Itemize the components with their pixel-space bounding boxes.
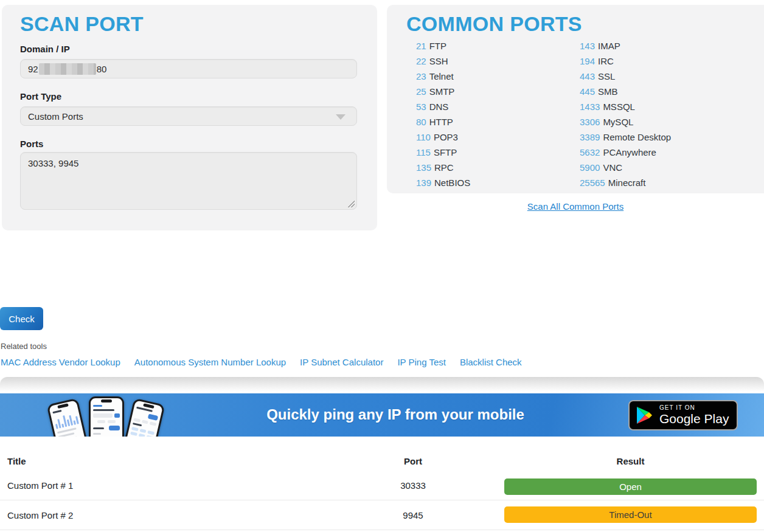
port-name: SFTP xyxy=(434,147,457,157)
common-port-item[interactable]: 115SFTP xyxy=(416,147,470,162)
related-link-ip-subnet-calculator[interactable]: IP Subnet Calculator xyxy=(300,357,383,367)
related-tools-label: Related tools xyxy=(1,342,47,351)
port-number: 1433 xyxy=(580,102,600,112)
port-name: Remote Desktop xyxy=(603,132,671,142)
scan-port-title: SCAN PORT xyxy=(20,12,144,36)
port-name: SMB xyxy=(598,86,618,97)
port-name: Telnet xyxy=(429,71,454,81)
common-port-item[interactable]: 139NetBIOS xyxy=(416,178,470,193)
ports-value: 30333, 9945 xyxy=(28,158,78,168)
common-port-item[interactable]: 25565Minecraft xyxy=(580,178,671,193)
common-port-item[interactable]: 194IRC xyxy=(580,56,671,71)
port-name: PCAnywhere xyxy=(603,147,656,157)
common-port-item[interactable]: 21FTP xyxy=(416,41,470,56)
port-number: 445 xyxy=(580,86,595,97)
related-link-ip-ping-test[interactable]: IP Ping Test xyxy=(397,357,446,367)
results-header-port: Port xyxy=(383,456,443,466)
ports-textarea[interactable]: 30333, 9945 xyxy=(20,152,357,210)
port-number: 5632 xyxy=(580,147,600,157)
domain-ip-value-prefix: 92 xyxy=(28,64,38,74)
result-row-port: 9945 xyxy=(383,510,443,520)
common-port-item[interactable]: 443SSL xyxy=(580,71,671,86)
domain-ip-value-suffix: 80 xyxy=(97,64,107,74)
scan-all-wrap: Scan All Common Ports xyxy=(387,201,764,212)
related-tools-links: MAC Address Vendor Lookup Autonomous Sys… xyxy=(1,357,522,367)
common-port-item[interactable]: 22SSH xyxy=(416,56,470,71)
results-header-title: Title xyxy=(7,456,26,466)
common-ports-title: COMMON PORTS xyxy=(406,12,582,36)
phone-mockup-left xyxy=(47,398,92,437)
port-number: 110 xyxy=(416,132,431,142)
port-type-label: Port Type xyxy=(20,91,61,102)
port-number: 139 xyxy=(416,178,431,188)
status-badge-open: Open xyxy=(504,478,757,495)
section-shadow-strip xyxy=(0,377,764,393)
mobile-app-banner: Quickly ping any IP from your mobile GET… xyxy=(0,393,764,437)
row-divider xyxy=(0,500,764,500)
port-number: 21 xyxy=(416,41,426,51)
common-port-item[interactable]: 25SMTP xyxy=(416,86,470,102)
banner-headline: Quickly ping any IP from your mobile xyxy=(266,406,524,423)
port-name: RPC xyxy=(434,162,454,173)
google-play-large-text: Google Play xyxy=(659,412,729,426)
common-ports-column-left: 21FTP 22SSH 23Telnet 25SMTP 53DNS 80HTTP… xyxy=(416,41,470,193)
mini-bar-chart xyxy=(54,411,79,429)
phone-notch xyxy=(101,399,112,402)
domain-ip-input[interactable]: 92 80 xyxy=(20,59,357,78)
common-port-item[interactable]: 143IMAP xyxy=(580,41,671,56)
port-name: DNS xyxy=(429,102,449,112)
common-port-item[interactable]: 5632PCAnywhere xyxy=(580,147,671,162)
related-link-blacklist-check[interactable]: Blacklist Check xyxy=(460,357,522,367)
phone-mockup-center xyxy=(89,396,124,437)
port-name: HTTP xyxy=(429,117,453,127)
port-number: 53 xyxy=(416,102,426,112)
port-name: MSSQL xyxy=(603,102,635,112)
port-name: Minecraft xyxy=(608,178,646,188)
row-divider xyxy=(0,530,764,530)
port-type-select[interactable]: Custom Ports xyxy=(20,106,357,126)
common-port-item[interactable]: 3389Remote Desktop xyxy=(580,132,671,147)
port-name: POP3 xyxy=(434,132,458,142)
port-number: 135 xyxy=(416,162,431,173)
common-port-item[interactable]: 445SMB xyxy=(580,86,671,102)
common-port-item[interactable]: 23Telnet xyxy=(416,71,470,86)
port-type-selected-value: Custom Ports xyxy=(28,111,83,122)
common-port-item[interactable]: 1433MSSQL xyxy=(580,102,671,117)
port-name: SSH xyxy=(429,56,448,66)
check-button[interactable]: Check xyxy=(0,307,43,330)
port-name: SMTP xyxy=(429,86,455,97)
common-port-item[interactable]: 80HTTP xyxy=(416,117,470,132)
phone-notch xyxy=(143,403,155,409)
common-ports-column-right: 143IMAP 194IRC 443SSL 445SMB 1433MSSQL 3… xyxy=(580,41,671,193)
common-port-item[interactable]: 110POP3 xyxy=(416,132,470,147)
redacted-ip-segment xyxy=(39,63,96,75)
port-number: 80 xyxy=(416,117,426,127)
port-name: IMAP xyxy=(598,41,620,51)
result-row-title: Custom Port # 1 xyxy=(7,480,73,491)
related-link-asn-lookup[interactable]: Autonomous System Number Lookup xyxy=(134,357,286,367)
result-row-title: Custom Port # 2 xyxy=(7,510,73,520)
domain-ip-label: Domain / IP xyxy=(20,44,70,54)
common-port-item[interactable]: 3306MySQL xyxy=(580,117,671,132)
common-port-item[interactable]: 135RPC xyxy=(416,162,470,178)
ports-label: Ports xyxy=(20,139,43,149)
port-number: 5900 xyxy=(580,162,600,173)
port-number: 23 xyxy=(416,71,426,81)
google-play-badge[interactable]: GET IT ON Google Play xyxy=(628,400,738,430)
port-name: IRC xyxy=(598,56,614,66)
common-port-item[interactable]: 53DNS xyxy=(416,102,470,117)
port-number: 3389 xyxy=(580,132,600,142)
results-header-result: Result xyxy=(504,456,757,466)
port-scanner-page: SCAN PORT Domain / IP 92 80 Port Type Cu… xyxy=(0,0,764,532)
chevron-down-icon xyxy=(336,114,346,120)
port-number: 194 xyxy=(580,56,595,66)
resize-grip-icon[interactable] xyxy=(347,199,355,207)
common-port-item[interactable]: 5900VNC xyxy=(580,162,671,178)
port-number: 443 xyxy=(580,71,595,81)
port-number: 22 xyxy=(416,56,426,66)
port-number: 3306 xyxy=(580,117,600,127)
related-link-mac-address-vendor-lookup[interactable]: MAC Address Vendor Lookup xyxy=(1,357,120,367)
common-ports-panel: COMMON PORTS 21FTP 22SSH 23Telnet 25SMTP… xyxy=(387,5,764,193)
port-name: FTP xyxy=(429,41,446,51)
scan-all-common-ports-link[interactable]: Scan All Common Ports xyxy=(527,201,623,212)
